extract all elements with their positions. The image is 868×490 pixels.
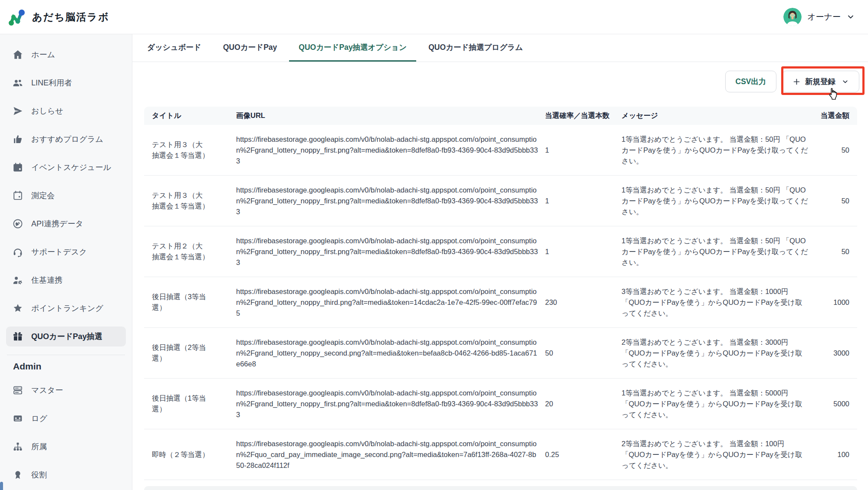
table-body: テスト用３（大抽選会１等当選） https://firebasestorage.… bbox=[144, 125, 857, 480]
sidebar-item[interactable]: 測定会 bbox=[6, 186, 126, 206]
col-header-message: メッセージ bbox=[621, 111, 819, 121]
row-message: 2等当選おめでとうございます。 当選金額：3000円 「QUOカードPayを使う… bbox=[621, 337, 819, 369]
sidebar-item[interactable]: 所属 bbox=[6, 437, 126, 457]
sidebar-item[interactable]: マスター bbox=[6, 380, 126, 400]
row-message: 1等当選おめでとうございます。 当選金額：5000円 「QUOカードPayを使う… bbox=[621, 388, 819, 420]
sidebar-section-admin: Admin bbox=[13, 361, 132, 372]
action-row: CSV出力 新規登録 bbox=[132, 62, 868, 107]
sidebar-admin-nav: マスター ログ 所属 役割 bbox=[0, 380, 132, 485]
sidebar-item-label: 住基連携 bbox=[31, 275, 62, 285]
tab[interactable]: QUOカードPay bbox=[214, 34, 286, 62]
csv-export-label: CSV出力 bbox=[736, 76, 766, 87]
plus-icon bbox=[792, 78, 801, 86]
tab-label: ダッシュボード bbox=[147, 42, 201, 52]
log-icon bbox=[12, 413, 23, 424]
main-content: ダッシュボード QUOカードPay QUOカードPay抽選オプション QUOカー… bbox=[132, 34, 868, 490]
brand: あだち脳活ラボ bbox=[7, 7, 109, 26]
csv-export-button[interactable]: CSV出力 bbox=[725, 71, 776, 92]
table-row: 後日抽選（1等当選） https://firebasestorage.googl… bbox=[144, 379, 857, 429]
tab-bar: ダッシュボード QUOカードPay QUOカードPay抽選オプション QUOカー… bbox=[132, 34, 868, 62]
app-logo-icon bbox=[7, 7, 26, 26]
send-icon bbox=[12, 105, 23, 117]
calendar-filled-icon bbox=[12, 162, 23, 173]
row-image-url: https://firebasestorage.googleapis.com/v… bbox=[236, 286, 545, 319]
avatar[interactable] bbox=[783, 8, 802, 26]
user-menu[interactable]: オーナー bbox=[783, 8, 855, 26]
sidebar-item-label: おすすめプログラム bbox=[31, 134, 103, 144]
col-header-amount: 当選金額 bbox=[819, 111, 849, 121]
tab[interactable]: QUOカードPay抽選オプション bbox=[289, 34, 416, 62]
row-title: 即時（２等当選） bbox=[152, 449, 236, 460]
top-bar: あだち脳活ラボ オーナー bbox=[0, 0, 868, 34]
sidebar-item-label: API連携データ bbox=[31, 219, 83, 229]
row-amount: 50 bbox=[819, 246, 849, 257]
sidebar-item[interactable]: LINE利用者 bbox=[6, 73, 126, 93]
sidebar-item[interactable]: ログ bbox=[6, 408, 126, 428]
sidebar-item[interactable]: ホーム bbox=[6, 45, 126, 65]
sidebar-item-label: サポートデスク bbox=[31, 247, 87, 257]
role-badge-icon bbox=[12, 469, 23, 480]
sidebar: ホーム LINE利用者 おしらせ おすすめプログラム bbox=[0, 34, 132, 490]
row-title: テスト用３（大抽選会１等当選） bbox=[152, 190, 236, 212]
user-role-label: オーナー bbox=[807, 11, 841, 23]
sidebar-item-label: ホーム bbox=[31, 49, 55, 60]
master-cards-icon bbox=[12, 385, 23, 396]
sidebar-item[interactable]: 役割 bbox=[6, 465, 126, 485]
sidebar-item-label: 所属 bbox=[31, 441, 47, 452]
row-message: 3等当選おめでとうございます。 当選金額：1000円 「QUOカードPayを使う… bbox=[621, 286, 819, 319]
gift-icon bbox=[12, 331, 23, 342]
calendar-outline-icon bbox=[12, 190, 23, 201]
sidebar-item[interactable]: おしらせ bbox=[6, 101, 126, 121]
sidebar-item[interactable]: 住基連携 bbox=[6, 270, 126, 290]
users-icon bbox=[12, 77, 23, 88]
home-icon bbox=[12, 49, 23, 60]
sidebar-item[interactable]: ポイントランキング bbox=[6, 298, 126, 318]
sidebar-item-label: マスター bbox=[31, 385, 63, 395]
row-image-url: https://firebasestorage.googleapis.com/v… bbox=[236, 185, 545, 217]
row-title: テスト用３（大抽選会１等当選） bbox=[152, 139, 236, 161]
sidebar-item-label: 測定会 bbox=[31, 190, 55, 201]
tab-label: QUOカードPay bbox=[223, 42, 277, 52]
chevron-down-icon bbox=[842, 78, 849, 85]
sidebar-divider bbox=[7, 355, 125, 355]
app-title: あだち脳活ラボ bbox=[32, 10, 109, 24]
table-row: 後日抽選（2等当選） https://firebasestorage.googl… bbox=[144, 328, 857, 379]
sidebar-item-label: ログ bbox=[31, 413, 47, 424]
row-message: 1等当選おめでとうございます。 当選金額：50円 「QUOカードPayを使う」か… bbox=[621, 134, 819, 167]
table-row: 後日抽選（3等当選） https://firebasestorage.googl… bbox=[144, 277, 857, 328]
options-table: タイトル 画像URL 当選確率／当選本数 メッセージ 当選金額 テスト用３（大抽… bbox=[132, 107, 868, 490]
tab[interactable]: ダッシュボード bbox=[138, 34, 211, 62]
row-amount: 3000 bbox=[819, 348, 849, 359]
sidebar-item-label: おしらせ bbox=[31, 106, 63, 116]
row-probability: 1 bbox=[545, 145, 621, 156]
sidebar-item[interactable]: QUOカードPay抽選 bbox=[6, 327, 126, 346]
row-message: 2等当選おめでとうございます。 当選金額：100円 「QUOカードPayを使う」… bbox=[621, 438, 819, 471]
row-amount: 50 bbox=[819, 196, 849, 206]
new-registration-button[interactable]: 新規登録 bbox=[782, 71, 859, 92]
sidebar-nav: ホーム LINE利用者 おしらせ おすすめプログラム bbox=[0, 45, 132, 346]
row-image-url: https://firebasestorage.googleapis.com/v… bbox=[236, 388, 545, 420]
sidebar-item-label: イベントスケジュール bbox=[31, 162, 111, 173]
sidebar-item[interactable]: サポートデスク bbox=[6, 242, 126, 262]
row-image-url: https://firebasestorage.googleapis.com/v… bbox=[236, 438, 545, 471]
new-registration-label: 新規登録 bbox=[805, 76, 835, 87]
row-amount: 5000 bbox=[819, 399, 849, 409]
sidebar-item[interactable]: API連携データ bbox=[6, 214, 126, 234]
row-probability: 20 bbox=[545, 399, 621, 409]
row-amount: 100 bbox=[819, 449, 849, 460]
sidebar-item[interactable]: イベントスケジュール bbox=[6, 157, 126, 177]
table-row: 即時（２等当選） https://firebasestorage.googlea… bbox=[144, 429, 857, 480]
headset-icon bbox=[12, 246, 23, 258]
sidebar-item-label: 役割 bbox=[31, 470, 47, 480]
user-gear-icon bbox=[12, 274, 23, 286]
sidebar-item[interactable]: おすすめプログラム bbox=[6, 129, 126, 149]
tab[interactable]: QUOカード抽選プログラム bbox=[419, 34, 533, 62]
table-row: テスト用３（大抽選会１等当選） https://firebasestorage.… bbox=[144, 176, 857, 226]
star-icon bbox=[12, 303, 23, 314]
sidebar-item-label: LINE利用者 bbox=[31, 78, 72, 88]
col-header-title: タイトル bbox=[152, 111, 236, 121]
scrollbar-thumb[interactable] bbox=[0, 482, 3, 490]
sitemap-icon bbox=[12, 441, 23, 452]
row-image-url: https://firebasestorage.googleapis.com/v… bbox=[236, 235, 545, 268]
table-row: テスト用３（大抽選会１等当選） https://firebasestorage.… bbox=[144, 125, 857, 176]
